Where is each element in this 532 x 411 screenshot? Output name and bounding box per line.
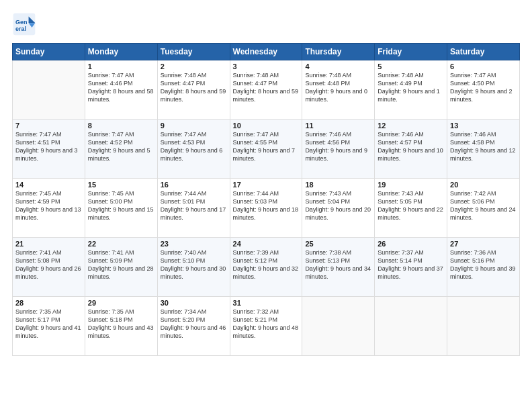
week-row-5: 28 Sunrise: 7:35 AMSunset: 5:17 PMDaylig… — [13, 297, 520, 356]
day-number: 30 — [161, 299, 227, 307]
day-info: Sunrise: 7:38 AMSunset: 5:13 PMDaylight:… — [305, 249, 371, 280]
day-info: Sunrise: 7:42 AMSunset: 5:06 PMDaylight:… — [450, 190, 516, 221]
day-number: 6 — [450, 62, 517, 71]
calendar-cell: 28 Sunrise: 7:35 AMSunset: 5:17 PMDaylig… — [13, 297, 85, 356]
day-info: Sunrise: 7:45 AMSunset: 4:59 PMDaylight:… — [15, 190, 81, 221]
day-info: Sunrise: 7:47 AMSunset: 4:53 PMDaylight:… — [161, 131, 223, 162]
calendar-cell: 31 Sunrise: 7:32 AMSunset: 5:21 PMDaylig… — [230, 297, 302, 356]
day-number: 13 — [450, 122, 517, 130]
calendar-cell: 29 Sunrise: 7:35 AMSunset: 5:18 PMDaylig… — [85, 297, 157, 356]
day-number: 18 — [305, 181, 371, 189]
day-number: 27 — [450, 240, 517, 248]
day-info: Sunrise: 7:46 AMSunset: 4:58 PMDaylight:… — [450, 131, 516, 162]
calendar-cell: 24 Sunrise: 7:39 AMSunset: 5:12 PMDaylig… — [230, 238, 302, 297]
logo-icon: Gen eral — [12, 12, 36, 36]
day-number: 12 — [378, 122, 444, 130]
calendar-cell — [302, 297, 375, 356]
calendar-cell: 4 Sunrise: 7:48 AMSunset: 4:48 PMDayligh… — [302, 60, 375, 120]
day-number: 25 — [305, 240, 371, 248]
calendar-cell — [375, 297, 447, 356]
header: Gen eral — [12, 12, 520, 36]
calendar-cell: 11 Sunrise: 7:46 AMSunset: 4:56 PMDaylig… — [302, 120, 375, 179]
col-saturday: Saturday — [447, 44, 520, 60]
day-number: 19 — [378, 181, 444, 189]
day-number: 29 — [88, 299, 154, 307]
day-info: Sunrise: 7:36 AMSunset: 5:16 PMDaylight:… — [450, 249, 516, 280]
day-number: 28 — [15, 299, 82, 307]
col-friday: Friday — [375, 44, 447, 60]
week-row-4: 21 Sunrise: 7:41 AMSunset: 5:08 PMDaylig… — [13, 238, 520, 297]
day-info: Sunrise: 7:46 AMSunset: 4:57 PMDaylight:… — [378, 131, 443, 162]
logo: Gen eral — [12, 12, 40, 36]
day-info: Sunrise: 7:32 AMSunset: 5:21 PMDaylight:… — [233, 308, 299, 339]
day-info: Sunrise: 7:43 AMSunset: 5:04 PMDaylight:… — [305, 190, 371, 221]
calendar-cell: 30 Sunrise: 7:34 AMSunset: 5:20 PMDaylig… — [157, 297, 230, 356]
calendar-cell: 16 Sunrise: 7:44 AMSunset: 5:01 PMDaylig… — [157, 179, 230, 238]
calendar-cell: 26 Sunrise: 7:37 AMSunset: 5:14 PMDaylig… — [375, 238, 447, 297]
week-row-3: 14 Sunrise: 7:45 AMSunset: 4:59 PMDaylig… — [13, 179, 520, 238]
calendar-cell: 13 Sunrise: 7:46 AMSunset: 4:58 PMDaylig… — [447, 120, 520, 179]
calendar-cell: 3 Sunrise: 7:48 AMSunset: 4:47 PMDayligh… — [230, 60, 302, 120]
calendar-cell: 22 Sunrise: 7:41 AMSunset: 5:09 PMDaylig… — [85, 238, 157, 297]
day-info: Sunrise: 7:43 AMSunset: 5:05 PMDaylight:… — [378, 190, 443, 221]
calendar-cell: 27 Sunrise: 7:36 AMSunset: 5:16 PMDaylig… — [447, 238, 520, 297]
calendar-cell: 23 Sunrise: 7:40 AMSunset: 5:10 PMDaylig… — [157, 238, 230, 297]
calendar-cell: 1 Sunrise: 7:47 AMSunset: 4:46 PMDayligh… — [85, 60, 157, 120]
calendar-cell: 2 Sunrise: 7:48 AMSunset: 4:47 PMDayligh… — [157, 60, 230, 120]
day-info: Sunrise: 7:47 AMSunset: 4:50 PMDaylight:… — [450, 72, 513, 103]
day-info: Sunrise: 7:39 AMSunset: 5:12 PMDaylight:… — [233, 249, 299, 280]
day-number: 14 — [15, 181, 82, 189]
calendar-cell: 7 Sunrise: 7:47 AMSunset: 4:51 PMDayligh… — [13, 120, 85, 179]
calendar-cell: 25 Sunrise: 7:38 AMSunset: 5:13 PMDaylig… — [302, 238, 375, 297]
calendar-cell — [447, 297, 520, 356]
col-monday: Monday — [85, 44, 157, 60]
calendar-cell: 15 Sunrise: 7:45 AMSunset: 5:00 PMDaylig… — [85, 179, 157, 238]
day-number: 23 — [161, 240, 227, 248]
calendar-cell: 20 Sunrise: 7:42 AMSunset: 5:06 PMDaylig… — [447, 179, 520, 238]
calendar-cell: 10 Sunrise: 7:47 AMSunset: 4:55 PMDaylig… — [230, 120, 302, 179]
page: Gen eral Sunday Monday Tuesday Wednesday… — [0, 0, 532, 411]
day-number: 2 — [161, 62, 227, 71]
day-number: 15 — [88, 181, 154, 189]
calendar-cell: 18 Sunrise: 7:43 AMSunset: 5:04 PMDaylig… — [302, 179, 375, 238]
day-number: 1 — [88, 62, 154, 71]
day-number: 17 — [233, 181, 300, 189]
col-thursday: Thursday — [302, 44, 375, 60]
day-info: Sunrise: 7:35 AMSunset: 5:17 PMDaylight:… — [15, 308, 81, 339]
day-info: Sunrise: 7:47 AMSunset: 4:55 PMDaylight:… — [233, 131, 296, 162]
col-tuesday: Tuesday — [157, 44, 230, 60]
calendar-cell: 14 Sunrise: 7:45 AMSunset: 4:59 PMDaylig… — [13, 179, 85, 238]
day-number: 7 — [15, 122, 82, 130]
day-info: Sunrise: 7:40 AMSunset: 5:10 PMDaylight:… — [161, 249, 226, 280]
day-info: Sunrise: 7:48 AMSunset: 4:47 PMDaylight:… — [233, 72, 299, 103]
header-row: Sunday Monday Tuesday Wednesday Thursday… — [13, 44, 520, 60]
day-number: 4 — [305, 62, 371, 71]
day-number: 24 — [233, 240, 300, 248]
calendar-cell: 5 Sunrise: 7:48 AMSunset: 4:49 PMDayligh… — [375, 60, 447, 120]
calendar-cell: 12 Sunrise: 7:46 AMSunset: 4:57 PMDaylig… — [375, 120, 447, 179]
col-wednesday: Wednesday — [230, 44, 302, 60]
calendar-cell: 19 Sunrise: 7:43 AMSunset: 5:05 PMDaylig… — [375, 179, 447, 238]
day-number: 10 — [233, 122, 300, 130]
day-info: Sunrise: 7:46 AMSunset: 4:56 PMDaylight:… — [305, 131, 367, 162]
day-number: 20 — [450, 181, 517, 189]
calendar-cell: 9 Sunrise: 7:47 AMSunset: 4:53 PMDayligh… — [157, 120, 230, 179]
day-info: Sunrise: 7:37 AMSunset: 5:14 PMDaylight:… — [378, 249, 443, 280]
day-number: 31 — [233, 299, 300, 307]
day-number: 5 — [378, 62, 444, 71]
svg-text:eral: eral — [15, 26, 26, 32]
calendar-cell — [13, 60, 85, 120]
day-number: 21 — [15, 240, 82, 248]
day-info: Sunrise: 7:48 AMSunset: 4:49 PMDaylight:… — [378, 72, 440, 103]
svg-text:Gen: Gen — [15, 19, 28, 26]
col-sunday: Sunday — [13, 44, 85, 60]
week-row-2: 7 Sunrise: 7:47 AMSunset: 4:51 PMDayligh… — [13, 120, 520, 179]
week-row-1: 1 Sunrise: 7:47 AMSunset: 4:46 PMDayligh… — [13, 60, 520, 120]
day-info: Sunrise: 7:47 AMSunset: 4:51 PMDaylight:… — [15, 131, 78, 162]
day-info: Sunrise: 7:47 AMSunset: 4:52 PMDaylight:… — [88, 131, 150, 162]
calendar-cell: 17 Sunrise: 7:44 AMSunset: 5:03 PMDaylig… — [230, 179, 302, 238]
day-info: Sunrise: 7:45 AMSunset: 5:00 PMDaylight:… — [88, 190, 154, 221]
day-info: Sunrise: 7:48 AMSunset: 4:48 PMDaylight:… — [305, 72, 367, 103]
day-number: 26 — [378, 240, 444, 248]
day-number: 16 — [161, 181, 227, 189]
